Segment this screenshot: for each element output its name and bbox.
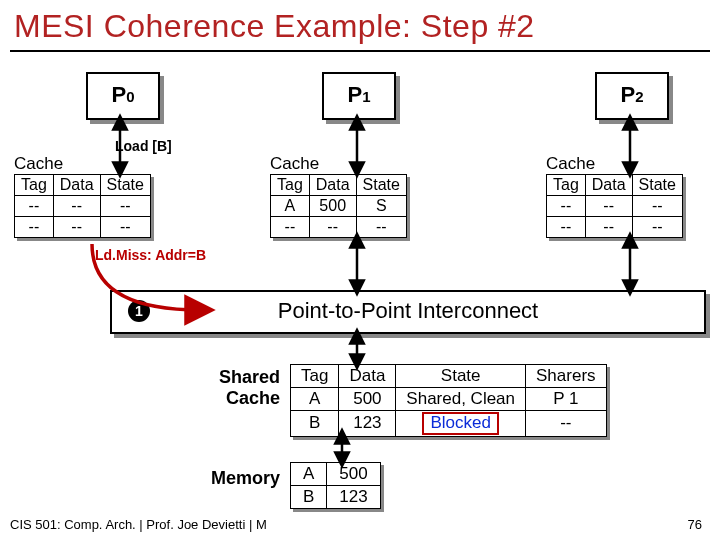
cache1-h0: Tag [271, 175, 310, 196]
shared-r1-state: Blocked [396, 411, 526, 437]
cache2-r1c1: -- [585, 217, 632, 238]
shared-r0-tag: A [291, 388, 339, 411]
cache2-h1: Data [585, 175, 632, 196]
interconnect-label: Point-to-Point Interconnect [278, 298, 538, 323]
cache1-table: Tag Data State A 500 S -- -- -- [270, 174, 407, 238]
cache2-table: Tag Data State -- -- -- -- -- -- [546, 174, 683, 238]
processor-p2-sub: 2 [635, 88, 643, 105]
processor-p1-sub: 1 [362, 88, 370, 105]
cache0-h0: Tag [15, 175, 54, 196]
cache0-r1c1: -- [53, 217, 100, 238]
shared-h3: Sharers [526, 365, 607, 388]
cache0-table: Tag Data State -- -- -- -- -- -- [14, 174, 151, 238]
footer-left: CIS 501: Comp. Arch. | Prof. Joe Deviett… [10, 517, 267, 532]
processor-p1-label: P [347, 82, 362, 107]
cache1-r0c2: S [356, 196, 406, 217]
cache1-block: Cache Tag Data State A 500 S -- -- -- [270, 154, 407, 238]
shared-cache-label-2: Cache [200, 388, 280, 409]
processor-p2-box: P2 [595, 72, 669, 120]
shared-h2: State [396, 365, 526, 388]
shared-cache-label-1: Shared [200, 367, 280, 388]
mem-r0c1: 500 [327, 463, 380, 486]
shared-cache-table: Tag Data State Sharers A 500 Shared, Cle… [290, 364, 607, 437]
shared-cache-label: Shared Cache [200, 367, 280, 409]
slide-title: MESI Coherence Example: Step #2 [14, 8, 535, 45]
mem-r0c0: A [291, 463, 327, 486]
blocked-state: Blocked [422, 412, 498, 435]
cache0-block: Cache Tag Data State -- -- -- -- -- -- [14, 154, 151, 238]
load-label: Load [B] [115, 138, 172, 154]
cache0-r0c2: -- [100, 196, 150, 217]
footer-right-page: 76 [688, 517, 702, 532]
shared-r1-tag: B [291, 411, 339, 437]
cache2-label: Cache [546, 154, 683, 174]
cache2-block: Cache Tag Data State -- -- -- -- -- -- [546, 154, 683, 238]
processor-p0-label: P [111, 82, 126, 107]
cache0-h1: Data [53, 175, 100, 196]
memory-label: Memory [200, 468, 280, 489]
cache0-r0c0: -- [15, 196, 54, 217]
cache2-r0c1: -- [585, 196, 632, 217]
processor-p2-label: P [620, 82, 635, 107]
cache0-h2: State [100, 175, 150, 196]
cache1-r1c2: -- [356, 217, 406, 238]
cache1-r1c0: -- [271, 217, 310, 238]
cache1-h1: Data [309, 175, 356, 196]
shared-r1-sharers: -- [526, 411, 607, 437]
shared-h0: Tag [291, 365, 339, 388]
cache1-r1c1: -- [309, 217, 356, 238]
cache2-r1c0: -- [547, 217, 586, 238]
cache0-r1c0: -- [15, 217, 54, 238]
processor-p1-box: P1 [322, 72, 396, 120]
cache2-r1c2: -- [632, 217, 682, 238]
cache2-r0c2: -- [632, 196, 682, 217]
cache1-label: Cache [270, 154, 407, 174]
title-underline [10, 50, 710, 52]
cache0-label: Cache [14, 154, 151, 174]
cache2-h0: Tag [547, 175, 586, 196]
step-badge-1: 1 [128, 300, 150, 322]
shared-r0-state: Shared, Clean [396, 388, 526, 411]
shared-h1: Data [339, 365, 396, 388]
cache1-r0c1: 500 [309, 196, 356, 217]
shared-r0-sharers: P 1 [526, 388, 607, 411]
cache0-r0c1: -- [53, 196, 100, 217]
processor-p0-sub: 0 [126, 88, 134, 105]
cache0-r1c2: -- [100, 217, 150, 238]
cache1-r0c0: A [271, 196, 310, 217]
processor-p0-box: P0 [86, 72, 160, 120]
mem-r1c0: B [291, 486, 327, 509]
cache2-h2: State [632, 175, 682, 196]
shared-r1-data: 123 [339, 411, 396, 437]
shared-r0-data: 500 [339, 388, 396, 411]
mem-r1c1: 123 [327, 486, 380, 509]
cache2-r0c0: -- [547, 196, 586, 217]
cache1-h2: State [356, 175, 406, 196]
interconnect-box: Point-to-Point Interconnect [110, 290, 706, 334]
memory-table: A 500 B 123 [290, 462, 381, 509]
ldmiss-label: Ld.Miss: Addr=B [95, 247, 206, 263]
